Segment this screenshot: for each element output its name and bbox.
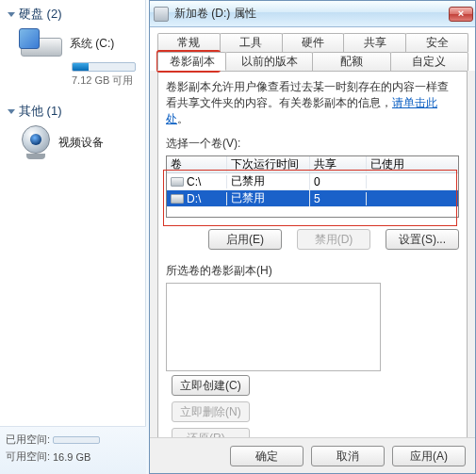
close-button[interactable]: × — [447, 1, 475, 27]
drive-icon — [154, 7, 169, 22]
capacity-text: 7.12 GB 可用 — [72, 74, 140, 88]
drive-item-c[interactable]: 系统 (C:) 7.12 GB 可用 — [0, 26, 145, 97]
tab-quota[interactable]: 配额 — [312, 52, 390, 71]
capacity-bar — [72, 62, 136, 72]
collapse-icon — [8, 12, 15, 17]
details-pane: 已用空间: 可用空间: 16.9 GB — [0, 426, 146, 474]
close-icon: × — [449, 7, 473, 22]
disable-button: 禁用(D) — [297, 229, 370, 250]
collapse-icon — [8, 109, 15, 114]
tab-content: 卷影副本允许用户像查看过去某一时刻存在的内容一样查看共享文件夹的内容。有关卷影副… — [157, 71, 468, 463]
enable-button[interactable]: 启用(E) — [208, 229, 282, 250]
section-drives-label: 硬盘 (2) — [19, 6, 62, 23]
dialog-title: 新加卷 (D:) 属性 — [174, 6, 256, 22]
ok-button[interactable]: 确定 — [230, 446, 304, 466]
tab-customize[interactable]: 自定义 — [390, 52, 468, 71]
col-nextrun[interactable]: 下次运行时间 — [227, 156, 310, 172]
avail-space-label: 可用空间: — [6, 449, 53, 464]
table-header[interactable]: 卷 下次运行时间 共享 已使用 — [167, 156, 458, 173]
tab-security[interactable]: 安全 — [405, 33, 468, 52]
tab-row-1: 常规 工具 硬件 共享 安全 — [150, 27, 475, 52]
dialog-titlebar[interactable]: 新加卷 (D:) 属性 × — [150, 1, 475, 27]
used-space-bar — [53, 436, 100, 444]
tab-general[interactable]: 常规 — [157, 33, 221, 52]
section-header-drives[interactable]: 硬盘 (2) — [0, 0, 145, 26]
selected-copies-label: 所选卷的卷影副本(H) — [166, 263, 459, 279]
device-item-video[interactable]: 视频设备 — [0, 123, 145, 169]
col-share[interactable]: 共享 — [310, 156, 367, 172]
explorer-left-panel: 硬盘 (2) 系统 (C:) 7.12 GB 可用 其他 (1) 视频设备 已用… — [0, 0, 146, 474]
col-used[interactable]: 已使用 — [367, 156, 458, 172]
tab-shadow-copies[interactable]: 卷影副本 — [157, 52, 226, 71]
dialog-button-row: 确定 取消 应用(A) — [150, 437, 475, 473]
drive-label: 系统 (C:) — [70, 36, 114, 52]
drive-icon — [171, 194, 184, 204]
avail-space-value: 16.9 GB — [53, 451, 90, 463]
col-volume[interactable]: 卷 — [167, 156, 227, 172]
volume-buttons: 启用(E) 禁用(D) 设置(S)... — [166, 229, 459, 250]
tab-hardware[interactable]: 硬件 — [282, 33, 345, 52]
tab-sharing[interactable]: 共享 — [343, 33, 406, 52]
tab-row-2: 卷影副本 以前的版本 配额 自定义 — [150, 52, 475, 71]
description-text: 卷影副本允许用户像查看过去某一时刻存在的内容一样查看共享文件夹的内容。有关卷影副… — [166, 79, 459, 126]
drive-icon — [19, 28, 64, 58]
table-row[interactable]: D:\ 已禁用 5 — [167, 190, 458, 207]
create-now-button[interactable]: 立即创建(C) — [172, 375, 250, 396]
section-header-other[interactable]: 其他 (1) — [0, 97, 145, 123]
used-space-label: 已用空间: — [6, 433, 53, 447]
webcam-icon — [19, 125, 53, 159]
properties-dialog: 新加卷 (D:) 属性 × 常规 工具 硬件 共享 安全 卷影副本 以前的版本 … — [149, 0, 476, 474]
tab-tools[interactable]: 工具 — [220, 33, 283, 52]
shadow-copies-list[interactable] — [166, 283, 381, 371]
volume-table[interactable]: 卷 下次运行时间 共享 已使用 C:\ 已禁用 0 D:\ 已禁用 5 — [166, 155, 459, 218]
drive-icon — [171, 177, 184, 187]
cancel-button[interactable]: 取消 — [311, 446, 385, 466]
device-label: 视频设备 — [58, 135, 104, 151]
tab-previous-versions[interactable]: 以前的版本 — [225, 52, 313, 71]
settings-button[interactable]: 设置(S)... — [386, 229, 459, 250]
section-other-label: 其他 (1) — [19, 103, 62, 120]
table-row[interactable]: C:\ 已禁用 0 — [167, 173, 458, 190]
select-volume-label: 选择一个卷(V): — [166, 136, 459, 152]
delete-now-button: 立即删除(N) — [172, 401, 250, 422]
apply-button[interactable]: 应用(A) — [392, 446, 466, 466]
